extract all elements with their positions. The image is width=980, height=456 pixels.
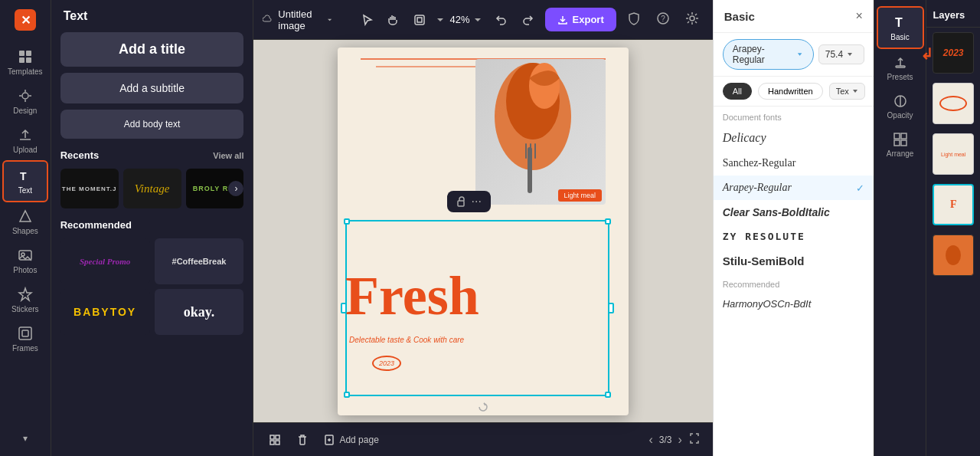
font-name-stilu: Stilu-SemiBold — [723, 254, 805, 267]
layer-thumb-lightmeal[interactable]: Light meal — [933, 133, 974, 175]
recommended-special-promo[interactable]: Special Promo — [60, 238, 150, 284]
sidebar-item-photos[interactable]: Photos — [2, 241, 48, 280]
sidebar-item-upload[interactable]: Upload — [2, 121, 48, 160]
redo-button[interactable] — [518, 9, 539, 31]
recommended-okay[interactable]: okay. — [155, 289, 244, 335]
layer-thumb-2023[interactable]: 2023 — [933, 32, 974, 74]
filter-all[interactable]: All — [723, 83, 752, 100]
trash-button[interactable] — [293, 431, 312, 449]
arrow-indicator: ↱ — [920, 44, 933, 63]
panel-title: Text — [51, 0, 253, 29]
frame-tool[interactable] — [409, 9, 430, 31]
svg-text:T: T — [895, 16, 903, 29]
layer-thumb-fresh[interactable]: F — [933, 184, 974, 225]
handle-mr[interactable] — [608, 303, 614, 313]
hand-tool[interactable] — [383, 9, 404, 31]
right-tool-presets[interactable]: Presets — [877, 49, 924, 87]
top-bar: Untitled image 42% — [253, 0, 712, 40]
font-item-delicacy[interactable]: Delicacy — [714, 125, 874, 151]
arrange-icon — [893, 132, 908, 147]
sidebar-item-design-label: Design — [13, 107, 37, 115]
font-item-zy[interactable]: ZY RESOLUTE — [714, 225, 874, 248]
font-name-delicacy: Delicacy — [723, 131, 766, 145]
rotate-handle[interactable] — [477, 401, 489, 415]
recent-item-broly[interactable]: BROLY RD. › — [186, 169, 244, 208]
sidebar-item-text-label: Text — [18, 186, 32, 195]
page-counter: ‹ 3/3 › — [648, 432, 700, 447]
font-dropdown[interactable]: Arapey-Regular — [723, 39, 814, 70]
sidebar-item-templates[interactable]: Templates — [2, 43, 48, 82]
handle-tr[interactable] — [605, 218, 611, 225]
font-name-sanchez: Sanchez-Regular — [723, 157, 796, 169]
view-all-button[interactable]: View all — [213, 151, 243, 160]
sidebar-more[interactable]: ▾ — [23, 433, 28, 450]
svg-rect-28 — [458, 201, 464, 206]
shield-icon-btn[interactable] — [622, 7, 645, 32]
lock-icon[interactable] — [455, 195, 467, 208]
help-button[interactable]: ? — [652, 7, 675, 32]
svg-text:T: T — [20, 170, 27, 182]
sidebar-item-text[interactable]: T Text — [2, 160, 48, 202]
trash-icon — [296, 434, 309, 446]
font-item-stilu[interactable]: Stilu-SemiBold — [714, 248, 874, 274]
sidebar-item-frames[interactable]: Frames — [2, 320, 48, 359]
canvas-area[interactable]: Page 3 — [253, 40, 712, 422]
zoom-control[interactable]: 42% — [450, 14, 482, 25]
tex-chevron-icon — [852, 88, 858, 94]
svg-rect-37 — [894, 133, 900, 139]
handle-br[interactable] — [605, 392, 611, 398]
recents-label: Recents — [60, 149, 100, 161]
sidebar-item-design[interactable]: Design — [2, 82, 48, 121]
right-tool-opacity[interactable]: Opacity — [877, 87, 924, 126]
dropdown-arrow-icon — [796, 51, 803, 58]
svg-rect-2 — [19, 51, 24, 56]
filter-tex-dropdown[interactable]: Tex — [829, 83, 865, 100]
recent-item-vintage[interactable]: Vintage — [123, 169, 181, 208]
svg-rect-40 — [901, 140, 906, 146]
right-tool-arrange[interactable]: Arrange — [877, 126, 924, 164]
main-area: Untitled image 42% — [253, 0, 712, 456]
handle-tl[interactable] — [344, 218, 350, 225]
font-item-harmony[interactable]: HarmonyOSCn-BdIt — [714, 292, 874, 316]
font-item-arapey[interactable]: Arapey-Regular ✓ — [714, 176, 874, 200]
top-bar-right: Export ? — [490, 7, 704, 32]
undo-button[interactable] — [490, 9, 511, 31]
sidebar-item-stickers[interactable]: Stickers — [2, 280, 48, 320]
font-name-zy: ZY RESOLUTE — [723, 231, 805, 242]
export-button[interactable]: Export — [545, 8, 616, 31]
presets-icon — [893, 55, 908, 71]
layer-thumb-shrimp[interactable] — [933, 235, 974, 276]
grid-view-button[interactable] — [266, 431, 284, 449]
font-item-clear-sans[interactable]: Clear Sans-BoldItalic — [714, 200, 874, 225]
font-panel-close[interactable]: × — [855, 9, 862, 23]
font-item-sanchez[interactable]: Sanchez-Regular — [714, 151, 874, 176]
font-panel: Basic × Arapey-Regular 75.4 All Handwrit… — [713, 0, 874, 456]
expand-button[interactable] — [688, 432, 701, 447]
add-title-button[interactable]: Add a title — [60, 32, 244, 67]
select-tool[interactable] — [357, 9, 378, 31]
handle-bl[interactable] — [344, 392, 350, 398]
recommended-babytoy[interactable]: BABYTOY — [60, 289, 150, 335]
svg-rect-13 — [415, 15, 424, 25]
filter-handwritten[interactable]: Handwritten — [758, 83, 823, 100]
settings-button[interactable] — [681, 7, 704, 32]
recents-scroll-right[interactable]: › — [228, 181, 243, 196]
left-sidebar: ✕ Templates Design Upload T Text Shapes … — [0, 0, 51, 456]
recent-item-moment[interactable]: THE MOMENT.J — [60, 169, 119, 208]
layer-thumb-oval[interactable] — [933, 83, 974, 124]
add-subtitle-button[interactable]: Add a subtitle — [60, 73, 244, 103]
font-size-control[interactable]: 75.4 — [818, 44, 864, 64]
prev-page-button[interactable]: ‹ — [648, 433, 652, 447]
add-page-button[interactable]: Add page — [321, 431, 381, 449]
text-panel: Text Add a title Add a subtitle Add body… — [51, 0, 254, 456]
svg-rect-31 — [270, 441, 274, 445]
project-name[interactable]: Untitled image — [278, 8, 320, 31]
sidebar-item-frames-label: Frames — [12, 344, 38, 353]
next-page-button[interactable]: › — [678, 433, 681, 447]
more-options-button[interactable]: ··· — [470, 195, 483, 208]
recommended-coffee-break[interactable]: #CoffeeBreak — [155, 238, 244, 284]
sidebar-item-shapes[interactable]: Shapes — [2, 202, 48, 241]
svg-rect-39 — [894, 140, 900, 146]
add-body-button[interactable]: Add body text — [60, 110, 244, 139]
right-tool-basic[interactable]: T Basic ↱ — [877, 6, 924, 49]
